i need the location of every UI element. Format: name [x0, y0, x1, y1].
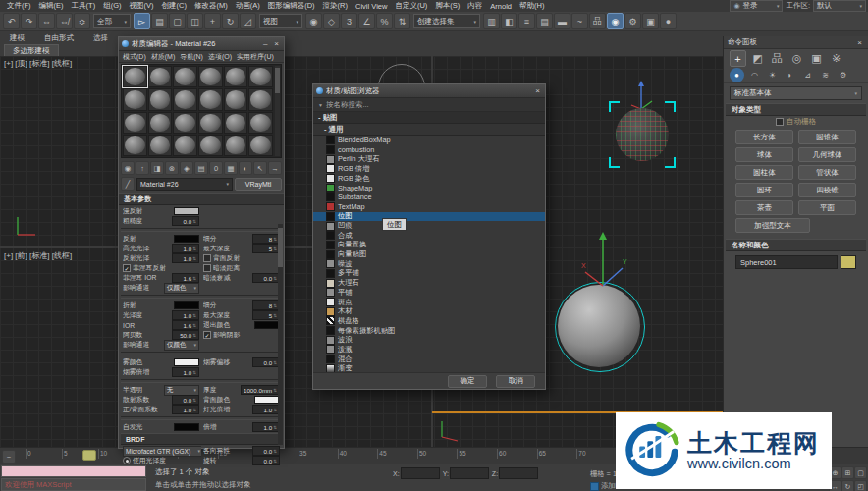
checkbox[interactable] — [203, 264, 211, 272]
rect-selection-region-icon[interactable]: ▢ — [169, 13, 186, 29]
dropdown[interactable]: 仅颜色▾ — [164, 283, 199, 294]
menu-item[interactable]: 渲染(R) — [319, 1, 352, 11]
spinner-field[interactable]: 1.0 — [252, 405, 280, 414]
render-setup-icon[interactable]: ⚙ — [624, 13, 641, 29]
use-pivot-center-icon[interactable]: ◉ — [305, 13, 322, 29]
spinner-field[interactable]: 1.0 — [172, 253, 199, 263]
primitive-button[interactable]: 管状体 — [798, 165, 856, 180]
material-sample-slot[interactable] — [123, 135, 147, 156]
cat-shapes-icon[interactable]: ◠ — [747, 68, 762, 82]
select-link-icon[interactable]: ⇔ — [38, 13, 55, 29]
reference-coordinate-dropdown[interactable]: 视图▾ — [259, 14, 302, 28]
rollout-name-and-color[interactable]: 名称和颜色 — [726, 239, 866, 251]
select-object-icon[interactable]: ▻ — [134, 13, 150, 29]
map-list-item[interactable]: 合成 — [313, 231, 545, 241]
cat-geometry-icon[interactable]: ● — [730, 68, 744, 82]
ribbon-tab[interactable]: 选择 — [83, 32, 118, 44]
schematic-view-icon[interactable]: 品 — [589, 13, 606, 29]
map-list-item[interactable]: RGB 染色 — [313, 174, 545, 184]
map-list-item[interactable]: 位图 — [313, 212, 545, 222]
login-dropdown[interactable]: ◉ 登录▾ — [730, 0, 783, 12]
material-sample-slot[interactable] — [173, 88, 197, 110]
spinner-field[interactable]: 1.0 — [172, 310, 199, 320]
spinner-field[interactable]: 1000.0mm — [241, 385, 280, 395]
material-sample-slot[interactable] — [224, 88, 248, 110]
menu-item[interactable]: 组(G) — [99, 1, 125, 11]
primitive-button[interactable]: 圆环 — [735, 183, 793, 197]
maxscript-mini-listener[interactable] — [1, 465, 146, 477]
map-list-item[interactable]: 木材 — [313, 306, 545, 316]
color-swatch[interactable] — [174, 207, 199, 215]
map-list-item[interactable]: 多平铺 — [313, 269, 545, 279]
render-icon[interactable]: ● — [660, 13, 677, 29]
time-slider-handle[interactable] — [82, 450, 96, 461]
spinner-field[interactable]: 0.0 — [252, 357, 280, 367]
primitive-button[interactable]: 茶壶 — [735, 200, 793, 215]
layer-explorer-icon[interactable]: ▤ — [536, 13, 553, 29]
move-gizmo-icon[interactable]: X Y — [581, 229, 628, 290]
go-to-parent-icon[interactable]: ↖ — [253, 161, 267, 175]
map-list-item[interactable]: 波浪 — [313, 335, 545, 345]
spinner-field[interactable]: 0.0 — [172, 216, 199, 226]
material-sample-slot[interactable] — [248, 66, 273, 87]
primitive-button[interactable]: 平面 — [798, 200, 856, 215]
tab-display-icon[interactable]: ▣ — [808, 50, 825, 67]
checkbox[interactable] — [123, 264, 131, 272]
cat-cameras-icon[interactable]: ◗ — [783, 68, 797, 82]
map-list-item[interactable]: 斑点 — [313, 298, 545, 307]
menu-item[interactable]: 修改器(M) — [190, 1, 232, 11]
spinner-field[interactable]: 0.0 — [172, 395, 199, 405]
dropdown[interactable]: 无▾ — [164, 385, 199, 396]
object-color-swatch[interactable] — [841, 255, 856, 269]
ribbon-tab[interactable]: 自由形式 — [34, 32, 83, 44]
maximize-viewport-icon[interactable]: ◰ — [854, 480, 867, 491]
spinner-field[interactable]: 5 — [252, 310, 280, 320]
menu-item[interactable]: 脚本(S) — [431, 1, 463, 11]
material-editor-icon[interactable]: ◉ — [607, 13, 624, 29]
menu-item[interactable]: 自定义(U) — [391, 1, 431, 11]
orbit-icon[interactable]: ↻ — [841, 480, 854, 491]
primitive-button[interactable]: 圆锥体 — [798, 130, 856, 144]
material-name-dropdown[interactable]: Material #26▾ — [136, 178, 233, 191]
scale-icon[interactable]: ◿ — [240, 13, 256, 29]
move-icon[interactable]: + — [204, 13, 221, 29]
spinner-field[interactable]: 1.0 — [172, 367, 199, 377]
menu-item[interactable]: 动画(A) — [232, 1, 264, 11]
coordinate-field[interactable]: X: — [393, 467, 440, 479]
ribbon-tab[interactable]: 建模 — [0, 32, 34, 44]
material-editor-menu-item[interactable]: 模式(D) — [121, 52, 148, 62]
spinner-field[interactable]: 1.6 — [172, 273, 199, 283]
window-crossing-icon[interactable]: ◫ — [187, 13, 203, 29]
tab-hierarchy-icon[interactable]: 品 — [769, 50, 786, 67]
material-sample-slot[interactable] — [198, 88, 223, 110]
cat-helpers-icon[interactable]: ⊿ — [800, 68, 815, 82]
primitive-button[interactable]: 几何球体 — [798, 147, 856, 162]
sphere-object[interactable] — [558, 285, 640, 367]
tab-utilities-icon[interactable]: ※ — [828, 50, 844, 67]
spinner-field[interactable]: 1.0 — [252, 422, 280, 432]
map-list-item[interactable]: 泼溅 — [313, 345, 545, 355]
show-map-in-viewport-icon[interactable]: ▦ — [224, 161, 238, 175]
pick-material-from-object-icon[interactable]: ╱ — [121, 177, 135, 191]
material-sample-slot[interactable] — [173, 135, 197, 156]
redo-icon[interactable]: ↷ — [21, 13, 37, 29]
map-list-item[interactable]: Substance — [313, 192, 545, 202]
browser-titlebar[interactable]: 材质/贴图浏览器 × — [313, 84, 545, 98]
checkbox[interactable] — [203, 331, 211, 339]
show-end-result-icon[interactable]: ◐ — [239, 161, 252, 175]
brdf-type-dropdown[interactable]: Microfacet GTR (GGX)▾ — [123, 446, 201, 457]
bind-spacewarp-icon[interactable]: ≎ — [74, 13, 90, 29]
color-swatch[interactable] — [254, 396, 280, 404]
material-editor-scrollbar[interactable] — [278, 224, 283, 445]
align-icon[interactable]: ≡ — [518, 13, 535, 29]
map-list-item[interactable]: TextMap — [313, 202, 545, 212]
material-sample-slot[interactable] — [148, 112, 173, 134]
tab-motion-icon[interactable]: ◎ — [788, 50, 805, 67]
color-swatch[interactable] — [174, 358, 199, 366]
map-list-item[interactable]: 噪波 — [313, 259, 545, 269]
select-by-name-icon[interactable]: ▤ — [151, 13, 168, 29]
material-sample-slot[interactable] — [198, 66, 223, 87]
put-to-library-icon[interactable]: ▤ — [194, 161, 208, 175]
reset-map-icon[interactable]: ⊗ — [165, 161, 179, 175]
maxscript-listener-text[interactable]: 欢迎使用 MAXScript — [1, 478, 146, 491]
